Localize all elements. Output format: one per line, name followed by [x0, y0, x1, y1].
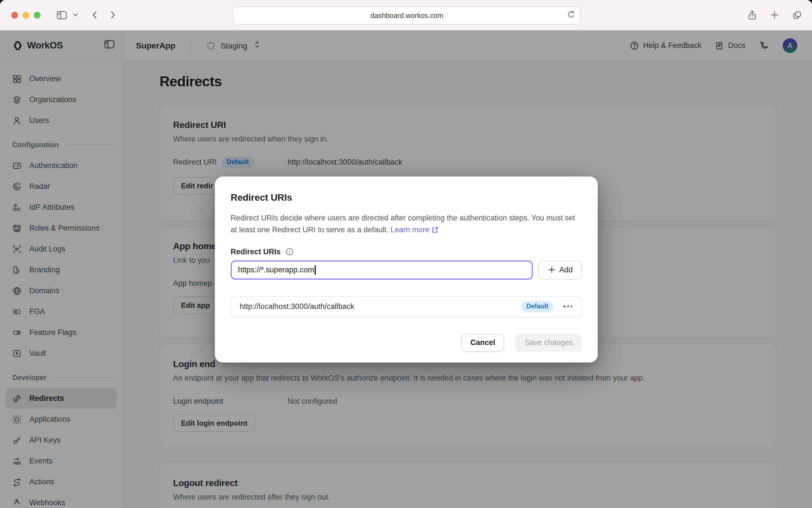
field-label: Redirect URIs — [230, 248, 281, 256]
address-bar[interactable]: dashboard.workos.com — [233, 6, 581, 25]
learn-more-link[interactable]: Learn more — [390, 225, 438, 234]
address-bar-url: dashboard.workos.com — [371, 11, 443, 19]
browser-chrome: dashboard.workos.com — [0, 0, 812, 31]
plus-icon — [548, 266, 555, 274]
tab-overview-icon[interactable] — [792, 10, 802, 19]
close-window-button[interactable] — [11, 11, 18, 18]
uri-more-button[interactable] — [562, 304, 573, 310]
uri-list-item: http://localhost:3000/auth/callback Defa… — [230, 296, 582, 318]
modal-title: Redirect URIs — [230, 192, 582, 204]
cancel-button[interactable]: Cancel — [461, 334, 504, 352]
info-icon[interactable] — [285, 248, 294, 256]
browser-sidebar-icon[interactable] — [56, 10, 67, 19]
app-area: WorkOS SuperApp Staging — [0, 31, 812, 508]
text-caret — [315, 265, 315, 274]
chevron-down-icon[interactable] — [73, 13, 78, 17]
minimize-window-button[interactable] — [23, 11, 29, 18]
screen: dashboard.workos.com — [0, 0, 812, 508]
forward-button[interactable] — [110, 11, 116, 19]
learn-more-label: Learn more — [390, 225, 429, 234]
back-button[interactable] — [92, 11, 97, 19]
input-value: https://*.superapp.com — [238, 266, 314, 274]
save-changes-button[interactable]: Save changes — [516, 334, 582, 352]
add-label: Add — [559, 266, 572, 274]
external-link-icon — [431, 226, 438, 234]
default-badge: Default — [521, 301, 553, 312]
share-icon[interactable] — [748, 10, 757, 20]
browser-window: dashboard.workos.com — [0, 0, 812, 508]
redirect-uris-modal: Redirect URIs Redirect URIs decide where… — [215, 176, 598, 363]
reload-icon[interactable] — [567, 10, 575, 21]
traffic-lights — [0, 11, 48, 18]
uri-value: http://localhost:3000/auth/callback — [240, 302, 521, 311]
redirect-uri-input[interactable]: https://*.superapp.com — [230, 260, 533, 280]
add-uri-button[interactable]: Add — [539, 260, 582, 280]
zoom-window-button[interactable] — [34, 11, 41, 18]
new-tab-icon[interactable] — [770, 11, 779, 19]
